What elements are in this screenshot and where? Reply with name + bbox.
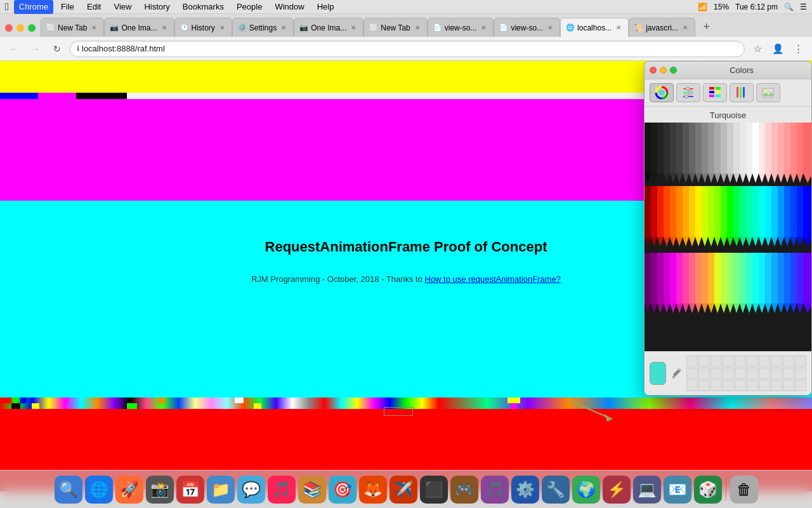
search-icon[interactable]: 🔍	[784, 3, 794, 11]
swatch[interactable]	[698, 368, 710, 379]
dock-app7[interactable]: 💻	[633, 476, 661, 504]
dock-filezilla[interactable]: ✈️	[390, 476, 417, 504]
tab-10-close[interactable]: ✕	[681, 23, 690, 32]
tab-5[interactable]: 📷 One Ima... ✕	[294, 18, 363, 37]
swatch[interactable]	[686, 368, 698, 379]
menubar-window[interactable]: Window	[270, 0, 309, 14]
swatch[interactable]	[735, 368, 746, 379]
menubar-people[interactable]: People	[232, 0, 267, 14]
dock-app4[interactable]: 🔧	[542, 476, 570, 504]
close-button[interactable]	[5, 24, 13, 32]
tab-10[interactable]: 📜 javascri... ✕	[629, 18, 695, 37]
image-tool[interactable]	[756, 83, 780, 102]
dock-app8[interactable]: 🎲	[694, 476, 722, 504]
swatch[interactable]	[735, 380, 746, 391]
dock-app6[interactable]: ⚡	[603, 476, 631, 504]
swatch[interactable]	[771, 356, 782, 367]
swatch[interactable]	[723, 380, 734, 391]
swatch[interactable]	[771, 368, 782, 379]
swatch[interactable]	[795, 380, 806, 391]
swatch[interactable]	[747, 356, 758, 367]
dock-photos[interactable]: 📸	[146, 476, 174, 504]
swatch[interactable]	[723, 368, 734, 379]
tab-6[interactable]: ⬜ New Tab ✕	[363, 18, 427, 37]
new-tab-button[interactable]: +	[698, 18, 716, 36]
dock-music[interactable]: 🎵	[268, 476, 296, 504]
tab-2-close[interactable]: ✕	[160, 23, 169, 32]
tab-7[interactable]: 📄 view-so... ✕	[428, 18, 494, 37]
menubar-edit[interactable]: Edit	[82, 0, 106, 14]
reload-button[interactable]: ↻	[48, 40, 66, 58]
swatch[interactable]	[710, 368, 722, 379]
apple-menu[interactable]: 	[5, 1, 9, 13]
color-wheel-tool[interactable]	[650, 83, 674, 102]
maximize-button[interactable]	[28, 24, 36, 32]
dock-finder[interactable]: 🔍	[55, 476, 82, 504]
dock-app3[interactable]: 🎵	[481, 476, 509, 504]
swatch[interactable]	[795, 368, 806, 379]
tab-3-close[interactable]: ✕	[218, 23, 226, 32]
tab-9-close[interactable]: ✕	[614, 23, 623, 32]
swatch[interactable]	[759, 380, 770, 391]
swatch[interactable]	[710, 356, 722, 367]
swatch[interactable]	[783, 368, 794, 379]
dock-app2[interactable]: 🎮	[450, 476, 478, 504]
dock-files[interactable]: 📁	[207, 476, 235, 504]
tab-2[interactable]: 📷 One Ima... ✕	[104, 18, 174, 37]
bookmark-star-icon[interactable]: ☆	[749, 40, 766, 58]
swatch[interactable]	[747, 380, 758, 391]
menubar-history[interactable]: History	[139, 0, 174, 14]
menubar-chrome[interactable]: Chrome	[14, 0, 53, 14]
panel-close[interactable]	[650, 67, 657, 74]
dock-books[interactable]: 📚	[298, 476, 326, 504]
dock-settings[interactable]: ⚙️	[511, 476, 539, 504]
tab-9[interactable]: 🌐 localhos... ✕	[560, 18, 629, 37]
menu-icon[interactable]: ⋮	[789, 40, 807, 58]
tab-7-close[interactable]: ✕	[479, 23, 488, 32]
dock-messages[interactable]: 💬	[237, 476, 265, 504]
swatch[interactable]	[698, 380, 710, 391]
dock-app5[interactable]: 🌍	[572, 476, 600, 504]
tab-5-close[interactable]: ✕	[349, 23, 358, 32]
address-bar[interactable]: ℹ localhost:8888/raf.html	[70, 41, 745, 57]
swatch[interactable]	[686, 356, 698, 367]
sliders-tool[interactable]	[676, 83, 700, 102]
swatch[interactable]	[795, 356, 806, 367]
panel-minimize[interactable]	[660, 67, 667, 74]
dock-app1[interactable]: 🎯	[329, 476, 357, 504]
minimize-button[interactable]	[16, 24, 24, 32]
eyedropper-tool[interactable]	[670, 364, 683, 382]
swatch[interactable]	[783, 380, 794, 391]
swatch[interactable]	[759, 356, 770, 367]
tab-1-close[interactable]: ✕	[89, 23, 98, 32]
tab-6-close[interactable]: ✕	[413, 23, 422, 32]
tab-3[interactable]: 🕐 History ✕	[174, 18, 232, 37]
dock-launchpad[interactable]: 🚀	[115, 476, 143, 504]
dock-calendar[interactable]: 📅	[176, 476, 204, 504]
dock-terminal[interactable]: ⬛	[420, 476, 448, 504]
account-icon[interactable]: 👤	[769, 40, 787, 58]
tab-4-close[interactable]: ✕	[279, 23, 288, 32]
swatch[interactable]	[698, 356, 710, 367]
swatch[interactable]	[710, 380, 722, 391]
dock-safari[interactable]: 🌐	[85, 476, 113, 504]
swatch[interactable]	[747, 368, 758, 379]
crayons-tool[interactable]	[730, 83, 754, 102]
notification-icon[interactable]: ☰	[800, 3, 807, 11]
forward-button[interactable]: →	[27, 40, 44, 58]
dock-firefox[interactable]: 🦊	[359, 476, 387, 504]
menubar-view[interactable]: View	[108, 0, 136, 14]
tab-8-close[interactable]: ✕	[546, 23, 554, 32]
tab-4[interactable]: ⚙️ Settings ✕	[232, 18, 294, 37]
tab-8[interactable]: 📄 view-so... ✕	[494, 18, 560, 37]
swatch[interactable]	[723, 356, 734, 367]
tab-1[interactable]: ⬜ New Tab ✕	[41, 18, 104, 37]
dock-email[interactable]: 📧	[664, 476, 691, 504]
palette-tool[interactable]	[703, 83, 727, 102]
raf-link[interactable]: How to use requestAnimationFrame?	[425, 274, 561, 284]
menubar-bookmarks[interactable]: Bookmarks	[178, 0, 229, 14]
swatch[interactable]	[783, 356, 794, 367]
swatch[interactable]	[735, 356, 746, 367]
back-button[interactable]: ←	[5, 40, 23, 58]
swatch[interactable]	[771, 380, 782, 391]
